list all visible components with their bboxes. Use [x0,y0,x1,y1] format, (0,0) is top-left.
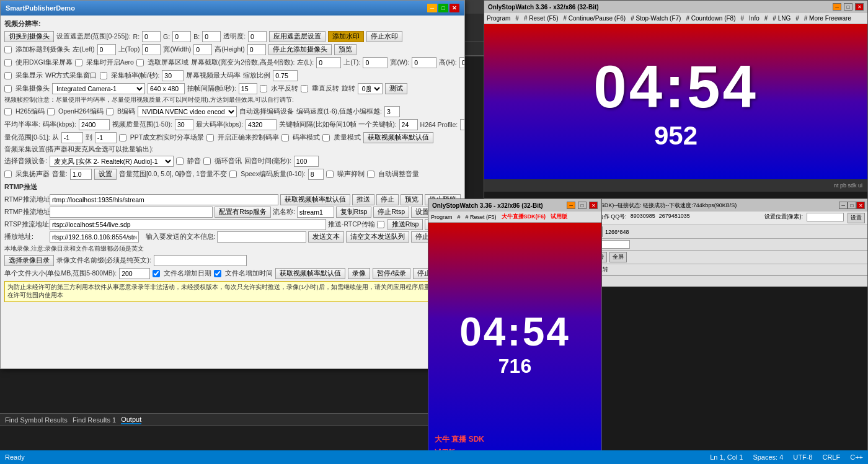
rtmp-addr1-input[interactable] [50,194,278,205]
transparency-input[interactable] [248,31,267,42]
record-btn[interactable]: 录像 [348,268,370,279]
smart-minimize-btn[interactable]: ─ [427,4,437,12]
v-mirror-check[interactable] [301,85,308,92]
audio-device-select[interactable]: 麦克风 [实体 2- Realtek(R) Audio]-1 [50,156,174,167]
encode-speed-input[interactable] [384,106,400,117]
h-mirror-check[interactable] [260,85,267,92]
ppt-check[interactable] [119,134,126,141]
echo-check[interactable] [326,171,334,178]
sw-countdown-menu[interactable]: # Countdown (F8) [686,15,735,22]
stop-add-camera-btn[interactable]: 停止允添加摄像头 [268,44,332,55]
send-text-btn[interactable]: 发送文本 [308,231,344,243]
switch-camera-btn[interactable]: 切换到摄像头 [4,31,54,42]
sw-top-close-btn[interactable]: ✕ [855,3,864,11]
get-fps-default-btn[interactable]: 获取视频帧率默认值 [275,268,345,279]
output-tab-find-symbol[interactable]: Find Symbol Results [5,416,68,424]
sw-inner-close-btn[interactable]: ✕ [589,202,598,209]
capture-display-check[interactable] [4,72,12,79]
output-tab-find-results[interactable]: Find Results 1 [73,416,116,424]
stop-watermark-btn[interactable]: 停止水印 [366,31,402,42]
l-input[interactable] [316,57,341,68]
preview-btn-2[interactable]: 预览 [334,44,356,55]
cbr-mode-check[interactable] [281,134,289,141]
capture-mic-check[interactable] [4,171,12,178]
stop-push-btn[interactable]: 停止 [376,194,399,205]
keyframe-input[interactable] [399,119,418,130]
top-input[interactable] [142,44,161,55]
select-dir-btn[interactable]: 选择录像目录 [4,255,54,266]
tcp-check[interactable] [377,221,384,228]
preview-rtmp-btn[interactable]: 预览 [401,194,423,205]
input-text-input[interactable] [217,231,306,243]
sp-position-input[interactable] [807,213,844,221]
add-to-title-check[interactable] [4,46,12,53]
get-default-btn[interactable]: 获取视频帧率默认值 [280,194,350,205]
sw-inner-sdk[interactable]: 大牛直播SDK(F6) [502,213,546,221]
quality-mode-check[interactable] [322,134,330,141]
sw-inner-program[interactable]: Program [431,214,453,220]
camera-select[interactable]: Integrated Camera-1 [52,83,145,94]
mute-check[interactable] [176,158,184,165]
scale-input[interactable] [273,70,298,81]
height-input[interactable] [247,44,266,55]
speex-input[interactable] [308,169,324,180]
t-input[interactable] [363,57,388,68]
h264-profile-select[interactable]: High [460,119,464,130]
rotate-select[interactable]: 0度 [358,83,383,94]
rtsp-addr-input[interactable] [50,219,326,230]
sp-close-btn[interactable]: ✕ [856,202,865,209]
capture-dxgi-check[interactable] [4,59,12,66]
hh-input[interactable] [459,57,464,68]
r-input[interactable] [142,31,161,42]
volume-input[interactable] [70,169,92,180]
frame-interval-input[interactable] [239,83,257,94]
sw-inner-reset[interactable]: # Reset (F5) [466,214,497,220]
sw-info-menu[interactable]: Info [749,15,760,22]
clear-queue-btn[interactable]: 清空文本发送队列 [346,231,409,243]
width-input[interactable] [193,44,212,55]
single-size-input[interactable] [119,268,150,279]
copy-rtsp-btn[interactable]: 复制Rtsp [336,207,372,218]
quant-from-input[interactable] [61,132,83,143]
sw-continue-menu[interactable]: # Continue/Pause (F6) [564,15,626,22]
smart-maximize-btn[interactable]: □ [438,4,448,12]
test-btn[interactable]: 测试 [385,83,407,94]
sw-top-maximize-btn[interactable]: □ [844,3,852,11]
sw-inner-maximize-btn[interactable]: □ [578,202,587,209]
bitrate-input[interactable] [79,119,110,130]
loop-time-input[interactable] [294,156,319,167]
sp-set-pos-btn[interactable]: 设置 [848,213,865,223]
sp-fullscreen-btn[interactable]: 全屏 [609,252,627,262]
speex-check[interactable] [229,171,237,178]
h265-check[interactable] [4,108,12,115]
sw-program-menu[interactable]: Program [487,15,510,22]
pos-input[interactable] [97,44,116,55]
auto-vol-check[interactable] [367,171,374,178]
apply-overlay-btn[interactable]: 应用遮盖层设置 [269,31,326,42]
config-rtsp-btn[interactable]: 配置有Rtsp服务 [215,207,271,218]
add-watermark-btn[interactable]: 添加水印 [328,31,364,42]
smart-close-btn[interactable]: ✕ [450,4,459,12]
fps-input[interactable] [162,70,184,81]
rtmp-addr2-input[interactable] [50,207,213,218]
wr-check[interactable] [100,72,107,79]
stop-rtsp-btn[interactable]: 停止Rtsp [373,207,409,218]
sw-inner-minimize-btn[interactable]: ─ [567,202,575,209]
sw-top-minimize-btn[interactable]: ─ [833,3,841,11]
ww-input[interactable] [412,57,436,68]
sp-minimize-btn[interactable]: ─ [839,202,848,209]
capture-aero-check[interactable] [75,59,82,66]
cbr-check[interactable] [206,134,214,141]
camera-check[interactable] [4,85,12,92]
output-tab-output[interactable]: Output [121,416,141,424]
b-input[interactable] [202,31,221,42]
push-btn[interactable]: 推送 [352,194,374,205]
set-volume-btn[interactable]: 设置 [94,169,117,180]
b-encode-check[interactable] [106,108,113,115]
play-addr-input[interactable] [50,231,139,243]
openh264-check[interactable] [47,108,55,115]
sw-stop-menu[interactable]: # Stop-Watch (F7) [631,15,681,22]
file-prefix-input[interactable] [154,255,247,266]
max-kbps-input[interactable] [246,119,277,130]
sw-more-menu[interactable]: # More Freeware [804,15,851,22]
